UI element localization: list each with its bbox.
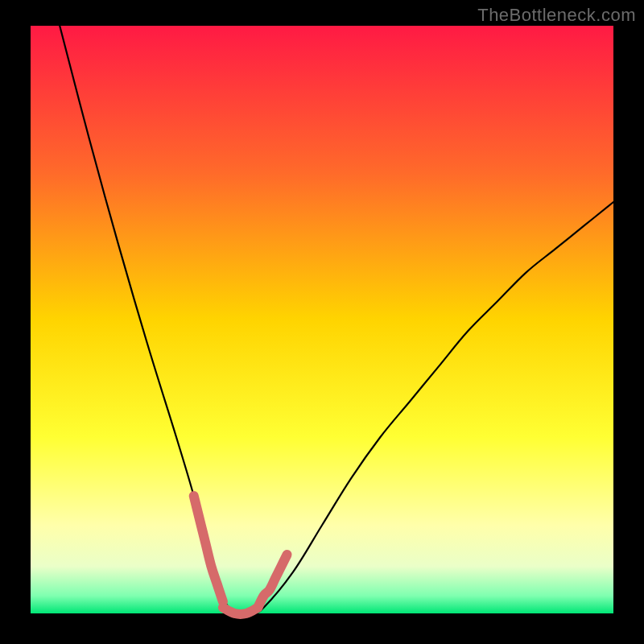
chart-frame: TheBottleneck.com — [0, 0, 644, 644]
chart-svg — [0, 0, 644, 644]
watermark-text: TheBottleneck.com — [477, 5, 636, 26]
